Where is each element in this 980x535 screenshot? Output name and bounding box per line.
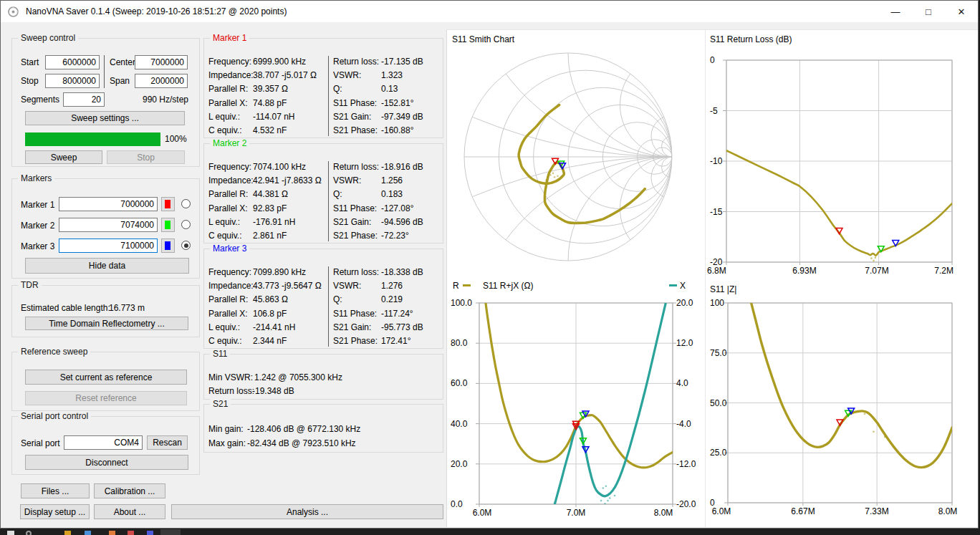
marker-field-label: Frequency: (208, 267, 251, 277)
taskbar-app-icon[interactable] (147, 531, 153, 535)
marker-field-value: 1.323 (381, 70, 403, 80)
group-title: Reference sweep (18, 347, 90, 357)
calibration-button[interactable]: Calibration ... (94, 483, 165, 498)
titlebar: NanoVNA Saver 0.1.4 (Sweep: 2019-10-26 1… (1, 1, 978, 22)
noise-dots (864, 413, 886, 438)
tick-label: -20.0 (676, 499, 696, 509)
taskbar-app-icon[interactable] (109, 531, 115, 535)
marker-color-swatch[interactable] (161, 197, 175, 211)
noise-dot (557, 175, 559, 178)
start-label: Start (21, 57, 39, 67)
taskbar[interactable] (0, 529, 980, 535)
marker-field-value: -214.41 nH (253, 322, 295, 332)
taskbar-search-icon[interactable] (26, 531, 32, 535)
marker-field-value: 39.357 Ω (253, 84, 288, 94)
rescan-button[interactable]: Rescan (147, 435, 188, 450)
serial-port-group: Serial port control Serial port Rescan D… (11, 416, 200, 475)
segments-input[interactable] (63, 92, 105, 107)
about-button[interactable]: About ... (94, 504, 165, 519)
tick-label: 100.0 (451, 298, 472, 308)
marker-field-label: VSWR: (333, 281, 361, 291)
tick-label: 25.0 (710, 448, 727, 458)
tick-label: 6.0M (473, 508, 492, 518)
marker-field-label: Frequency: (208, 162, 251, 172)
taskbar-app-icon[interactable] (64, 531, 71, 535)
tick-label: -15 (710, 207, 723, 217)
marker-select-radio[interactable] (181, 199, 191, 208)
z-chart[interactable]: 6.0M6.67M7.33M8.0M10075.050.025.00 (704, 280, 980, 529)
close-icon[interactable]: ✕ (945, 1, 978, 22)
marker-field-value: -160.88° (381, 125, 414, 135)
start-input[interactable] (45, 55, 100, 69)
marker-field-label: VSWR: (333, 175, 361, 185)
rjx-chart[interactable]: 6.0M7.0M8.0M100.080.060.040.020.00.020.0… (446, 280, 704, 529)
series-|Z| (728, 280, 952, 468)
marker-frequency-input[interactable] (59, 197, 158, 211)
taskbar-active-app[interactable] (160, 529, 181, 535)
marker-field-value: -127.08° (381, 203, 414, 213)
reset-reference-button[interactable]: Reset reference (25, 391, 187, 405)
display-setup-button[interactable]: Display setup ... (20, 504, 90, 519)
tick-label: -20 (710, 257, 723, 267)
tick-label: 7.07M (865, 266, 888, 276)
span-input[interactable] (135, 74, 188, 88)
return-loss-label: Return loss: (208, 386, 254, 396)
noise-dot (545, 179, 547, 181)
marker-color-swatch[interactable] (161, 238, 175, 253)
marker-detail-title: Marker 2 (210, 138, 249, 148)
center-input[interactable] (135, 55, 188, 69)
tick-label: 8.0M (938, 506, 958, 516)
group-title: Markers (18, 173, 54, 183)
marker-field-value: -114.07 nH (253, 112, 294, 122)
minimize-icon[interactable]: — (879, 1, 912, 22)
taskbar-app-icon[interactable] (128, 531, 134, 535)
marker-field-label: VSWR: (333, 70, 361, 80)
start-icon[interactable] (7, 531, 14, 535)
marker-field-label: C equiv.: (208, 125, 241, 135)
sweep-settings-button[interactable]: Sweep settings ... (25, 111, 185, 125)
stop-label: Stop (21, 76, 39, 86)
disconnect-button[interactable]: Disconnect (25, 455, 188, 470)
column-divider (104, 55, 105, 88)
span-label: Span (110, 76, 130, 86)
marker-field-label: S11 Phase: (333, 98, 377, 108)
serial-port-input[interactable] (64, 435, 143, 450)
marker-field-label: Q: (333, 294, 342, 304)
tick-label: 7.33M (865, 506, 888, 516)
marker-field-value: -18.916 dB (381, 162, 423, 172)
sweep-button[interactable]: Sweep (25, 150, 102, 164)
analysis-button[interactable]: Analysis ... (171, 504, 443, 519)
stop-input[interactable] (45, 74, 100, 88)
return_loss-chart[interactable]: 6.8M6.93M7.07M7.2M0-5-10-15-20 (704, 29, 980, 280)
marker-field-value: 172.41° (381, 336, 411, 346)
marker-field-value: 0.219 (381, 294, 403, 304)
return-loss-value: -19.348 dB (252, 386, 294, 396)
tick-label: 0 (710, 55, 715, 65)
marker-field-value: 2.861 nF (253, 231, 287, 241)
marker-color-swatch[interactable] (161, 218, 175, 232)
marker-frequency-input[interactable] (59, 238, 158, 253)
marker-select-radio[interactable] (181, 220, 191, 229)
marker-field-value: 7074.100 kHz (253, 162, 306, 172)
marker-field-label: S21 Gain: (333, 217, 371, 227)
hide-data-button[interactable]: Hide data (25, 258, 189, 274)
marker-field-label: S11 Phase: (333, 203, 377, 213)
smith-chart[interactable] (446, 29, 704, 280)
taskbar-app-icon[interactable] (85, 531, 91, 535)
marker-field-label: S21 Gain: (333, 112, 371, 122)
marker-detail-box: Marker 3Frequency:7099.890 kHzImpedance:… (203, 249, 443, 349)
marker-frequency-input[interactable] (59, 218, 158, 232)
set-reference-button[interactable]: Set current as reference (25, 370, 187, 385)
marker-field-label: L equiv.: (208, 322, 240, 332)
marker-detail-box: Marker 1Frequency:6999.900 kHzImpedance:… (203, 38, 443, 138)
tick-label: 8.0M (654, 508, 673, 518)
tick-label: 0.0 (451, 499, 463, 509)
marker-detail-title: Marker 1 (210, 33, 249, 43)
maximize-icon[interactable]: □ (912, 1, 945, 22)
marker-select-radio[interactable] (181, 241, 191, 250)
files-button[interactable]: Files ... (21, 483, 90, 498)
tdr-button[interactable]: Time Domain Reflectometry ... (25, 317, 188, 330)
marker-field-label: S21 Phase: (333, 125, 378, 135)
tick-label: 4.0 (676, 378, 688, 388)
stop-button[interactable]: Stop (107, 150, 185, 164)
